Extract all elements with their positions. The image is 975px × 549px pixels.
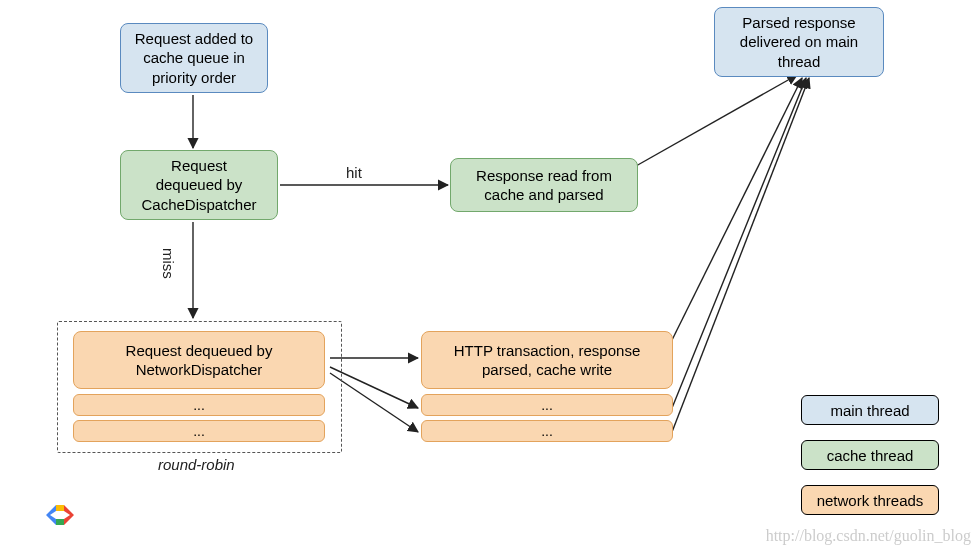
legend-main-thread: main thread — [801, 395, 939, 425]
google-developers-icon — [42, 497, 78, 533]
node-response-read: Response read from cache and parsed — [450, 158, 638, 212]
node-http-transaction-ellipsis-1: ... — [421, 394, 673, 416]
node-network-dispatcher-ellipsis-1: ... — [73, 394, 325, 416]
svg-line-5 — [330, 367, 418, 408]
node-network-dispatcher-ellipsis-2: ... — [73, 420, 325, 442]
legend-network-threads: network threads — [801, 485, 939, 515]
node-http-transaction: HTTP transaction, response parsed, cache… — [421, 331, 673, 389]
node-parsed-response: Parsed response delivered on main thread — [714, 7, 884, 77]
svg-line-7 — [672, 78, 802, 340]
svg-line-8 — [672, 78, 806, 408]
watermark: http://blog.csdn.net/guolin_blog — [766, 527, 971, 545]
node-http-transaction-ellipsis-2: ... — [421, 420, 673, 442]
node-request-dequeued-network: Request dequeued by NetworkDispatcher — [73, 331, 325, 389]
svg-line-6 — [330, 373, 418, 432]
node-request-dequeued-cache: Request dequeued by CacheDispatcher — [120, 150, 278, 220]
legend-cache-thread: cache thread — [801, 440, 939, 470]
edge-label-hit: hit — [346, 164, 362, 181]
svg-line-2 — [636, 75, 797, 166]
edge-label-miss: miss — [160, 248, 177, 279]
svg-line-9 — [672, 78, 809, 432]
label-round-robin: round-robin — [158, 456, 235, 473]
node-request-added: Request added to cache queue in priority… — [120, 23, 268, 93]
